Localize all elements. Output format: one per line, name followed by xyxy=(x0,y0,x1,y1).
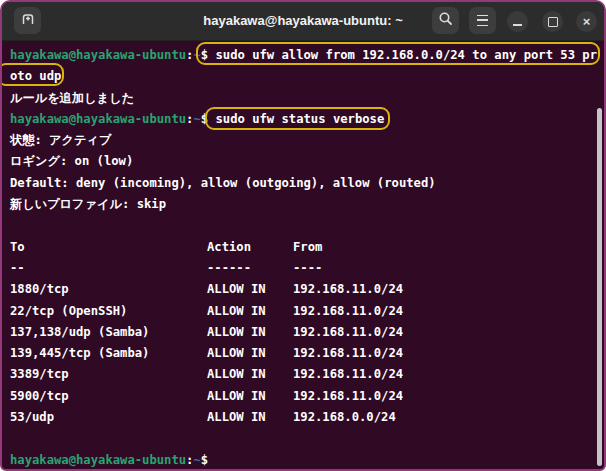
hamburger-menu-icon xyxy=(477,15,488,26)
command-line-1-wrap: oto udp xyxy=(10,66,604,87)
command-1-text: sudo ufw allow from 192.168.0.0/24 to an… xyxy=(215,48,597,62)
prompt-dollar: $ xyxy=(201,48,216,62)
terminal-window: hayakawa@hayakawa-ubuntu: ~ xyxy=(0,0,606,471)
tab-new-icon xyxy=(20,11,36,31)
logging-line: ロギング: on (low) xyxy=(10,151,604,172)
maximize-icon xyxy=(548,17,558,27)
terminal-output-area[interactable]: hayakawa@hayakawa-ubuntu:~$ sudo ufw all… xyxy=(2,41,604,469)
prompt-dollar: $ xyxy=(201,112,216,126)
command-line-1: hayakawa@hayakawa-ubuntu:~$ sudo ufw all… xyxy=(10,45,604,66)
prompt-user-host: hayakawa@hayakawa-ubuntu xyxy=(10,112,186,126)
header-to: To xyxy=(10,237,207,258)
table-row: 139,445/tcp (Samba)ALLOW IN192.168.11.0/… xyxy=(10,343,604,364)
new-tab-button[interactable] xyxy=(14,7,41,34)
menu-button[interactable] xyxy=(469,7,496,34)
blank-line xyxy=(10,215,604,236)
prompt-path: ~ xyxy=(193,48,200,62)
close-icon: × xyxy=(583,15,591,28)
search-icon xyxy=(438,11,453,30)
table-header-row: ToActionFrom xyxy=(10,237,604,258)
blank-line xyxy=(10,428,604,449)
prompt-user-host: hayakawa@hayakawa-ubuntu xyxy=(10,453,186,467)
close-button[interactable]: × xyxy=(576,11,597,32)
idle-prompt-line: hayakawa@hayakawa-ubuntu:~$ xyxy=(10,450,604,471)
header-from: From xyxy=(293,240,322,254)
maximize-button[interactable] xyxy=(542,11,563,32)
status-line: 状態: アクティブ xyxy=(10,130,604,151)
table-row: 137,138/udp (Samba)ALLOW IN192.168.11.0/… xyxy=(10,322,604,343)
table-separator-row: ------------ xyxy=(10,258,604,279)
prompt-dollar: $ xyxy=(201,453,208,467)
prompt-user-host: hayakawa@hayakawa-ubuntu xyxy=(10,48,186,62)
table-row: 22/tcp (OpenSSH)ALLOW IN192.168.11.0/24 xyxy=(10,301,604,322)
table-row: 5900/tcpALLOW IN192.168.11.0/24 xyxy=(10,386,604,407)
prompt-path: ~ xyxy=(193,453,200,467)
minimize-icon xyxy=(513,24,522,26)
output-rule-added: ルールを追加しました xyxy=(10,88,604,109)
default-policy-line: Default: deny (incoming), allow (outgoin… xyxy=(10,173,604,194)
table-row: 1880/tcpALLOW IN192.168.11.0/24 xyxy=(10,279,604,300)
minimize-button[interactable] xyxy=(507,11,528,32)
titlebar[interactable]: hayakawa@hayakawa-ubuntu: ~ xyxy=(2,2,604,41)
command-2-text: sudo ufw status verbose xyxy=(215,112,384,126)
prompt-path: ~ xyxy=(193,112,200,126)
table-row: 3389/tcpALLOW IN192.168.11.0/24 xyxy=(10,364,604,385)
command-line-2: hayakawa@hayakawa-ubuntu:~$ sudo ufw sta… xyxy=(10,109,604,130)
table-row: 53/udpALLOW IN192.168.0.0/24 xyxy=(10,407,604,428)
scrollbar-thumb[interactable] xyxy=(597,108,602,466)
new-profile-line: 新しいプロファイル: skip xyxy=(10,194,604,215)
search-button[interactable] xyxy=(432,7,459,34)
header-action: Action xyxy=(207,237,293,258)
